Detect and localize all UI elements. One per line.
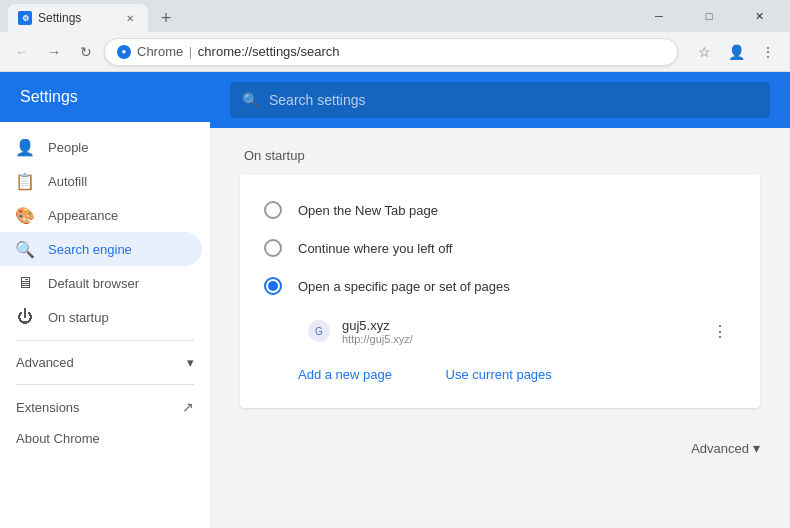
on-startup-section: Open the New Tab page Continue where you… (240, 175, 760, 408)
advanced-button[interactable]: Advanced ▾ (691, 440, 760, 456)
radio-option-new-tab[interactable]: Open the New Tab page (256, 191, 744, 229)
on-startup-icon: ⏻ (16, 308, 34, 326)
site-info: guj5.xyz http://guj5.xyz/ (342, 318, 694, 345)
search-engine-icon: 🔍 (16, 240, 34, 258)
sidebar-label-autofill: Autofill (48, 174, 87, 189)
sidebar-divider (16, 340, 194, 341)
on-startup-title: On startup (240, 148, 760, 163)
sidebar-label-default-browser: Default browser (48, 276, 139, 291)
sidebar-item-autofill[interactable]: 📋 Autofill (0, 164, 202, 198)
radio-circle-specific (264, 277, 282, 295)
tab-close-button[interactable]: ✕ (122, 10, 138, 26)
profile-button[interactable]: 👤 (722, 38, 750, 66)
appearance-icon: 🎨 (16, 206, 34, 224)
sidebar-divider-2 (16, 384, 194, 385)
site-name: guj5.xyz (342, 318, 694, 333)
autofill-icon: 📋 (16, 172, 34, 190)
back-button[interactable]: ← (8, 38, 36, 66)
sidebar-item-people[interactable]: 👤 People (0, 130, 202, 164)
search-bar: 🔍 Search settings (210, 72, 790, 128)
refresh-button[interactable]: ↻ (72, 38, 100, 66)
window-controls: ─ □ ✕ (636, 0, 782, 32)
sidebar-item-extensions[interactable]: Extensions ↗ (0, 391, 210, 423)
radio-label-specific: Open a specific page or set of pages (298, 279, 510, 294)
address-bar-input[interactable]: ● Chrome | chrome://settings/search (104, 38, 678, 66)
site-entry: G guj5.xyz http://guj5.xyz/ ⋮ (298, 309, 744, 353)
sidebar-item-default-browser[interactable]: 🖥 Default browser (0, 266, 202, 300)
extensions-label: Extensions (16, 400, 182, 415)
menu-button[interactable]: ⋮ (754, 38, 782, 66)
search-icon: 🔍 (242, 92, 259, 108)
add-new-page-button[interactable]: Add a new page (256, 359, 400, 390)
search-placeholder: Search settings (269, 92, 366, 108)
sidebar-item-on-startup[interactable]: ⏻ On startup (0, 300, 202, 334)
site-menu-button[interactable]: ⋮ (706, 317, 734, 345)
address-right-icons: ☆ 👤 ⋮ (690, 38, 782, 66)
sidebar-item-appearance[interactable]: 🎨 Appearance (0, 198, 202, 232)
tab-bar: ⚙ Settings ✕ + (8, 0, 636, 32)
sidebar-label-appearance: Appearance (48, 208, 118, 223)
radio-circle-continue (264, 239, 282, 257)
bookmark-button[interactable]: ☆ (690, 38, 718, 66)
sidebar-header: Settings (0, 72, 210, 122)
address-bar: ← → ↻ ● Chrome | chrome://settings/searc… (0, 32, 790, 72)
advanced-button-label: Advanced (691, 441, 749, 456)
settings-tab[interactable]: ⚙ Settings ✕ (8, 4, 148, 32)
people-icon: 👤 (16, 138, 34, 156)
use-current-pages-button[interactable]: Use current pages (404, 359, 560, 390)
sidebar: Settings 👤 People 📋 Autofill 🎨 Appearanc… (0, 72, 210, 528)
extensions-external-icon: ↗ (182, 399, 194, 415)
radio-label-continue: Continue where you left off (298, 241, 452, 256)
sidebar-label-search-engine: Search engine (48, 242, 132, 257)
sidebar-item-about[interactable]: About Chrome (0, 423, 202, 454)
about-label: About Chrome (16, 431, 100, 446)
radio-label-new-tab: Open the New Tab page (298, 203, 438, 218)
radio-option-continue[interactable]: Continue where you left off (256, 229, 744, 267)
title-bar: ⚙ Settings ✕ + ─ □ ✕ (0, 0, 790, 32)
sidebar-item-advanced[interactable]: Advanced ▾ (0, 347, 210, 378)
advanced-arrow-icon: ▾ (753, 440, 760, 456)
sidebar-title: Settings (20, 88, 78, 105)
radio-option-specific[interactable]: Open a specific page or set of pages (256, 267, 744, 305)
forward-button[interactable]: → (40, 38, 68, 66)
tab-title: Settings (38, 11, 116, 25)
site-favicon: G (308, 320, 330, 342)
maximize-button[interactable]: □ (686, 0, 732, 32)
sidebar-item-search-engine[interactable]: 🔍 Search engine (0, 232, 202, 266)
search-input-wrapper[interactable]: 🔍 Search settings (230, 82, 770, 118)
settings-content: On startup Open the New Tab page Continu… (210, 128, 790, 428)
default-browser-icon: 🖥 (16, 274, 34, 292)
bottom-bar: Advanced ▾ (210, 428, 790, 468)
main-container: Settings 👤 People 📋 Autofill 🎨 Appearanc… (0, 72, 790, 528)
site-url: http://guj5.xyz/ (342, 333, 694, 345)
advanced-arrow-icon: ▾ (187, 355, 194, 370)
sidebar-label-on-startup: On startup (48, 310, 109, 325)
minimize-button[interactable]: ─ (636, 0, 682, 32)
content-area: 🔍 Search settings On startup Open the Ne… (210, 72, 790, 528)
close-button[interactable]: ✕ (736, 0, 782, 32)
sidebar-label-people: People (48, 140, 88, 155)
sidebar-nav: 👤 People 📋 Autofill 🎨 Appearance 🔍 Searc… (0, 122, 210, 528)
address-text: Chrome | chrome://settings/search (137, 44, 665, 59)
radio-circle-new-tab (264, 201, 282, 219)
secure-icon: ● (117, 45, 131, 59)
tab-favicon: ⚙ (18, 11, 32, 25)
new-tab-button[interactable]: + (152, 4, 180, 32)
sidebar-label-advanced: Advanced (16, 355, 74, 370)
